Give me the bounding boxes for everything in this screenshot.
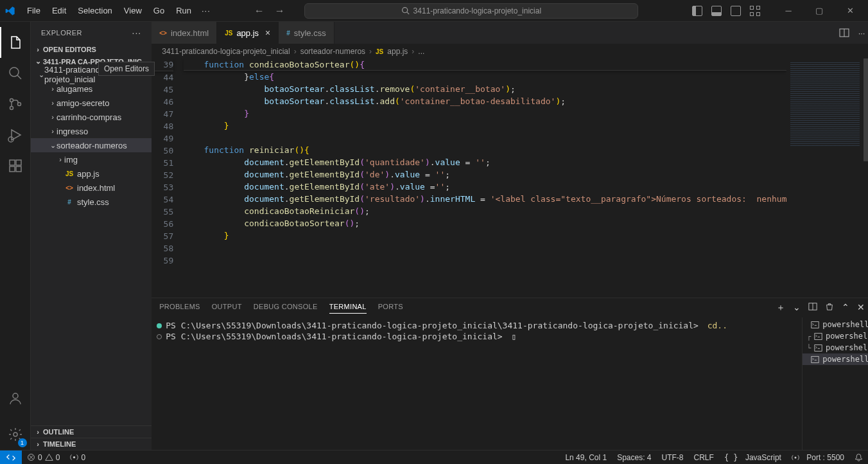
terminal-split-icon[interactable] — [808, 302, 817, 314]
file-icon: # — [286, 30, 290, 37]
tree-folder-img[interactable]: ›img — [31, 152, 152, 166]
svg-point-25 — [73, 456, 75, 458]
tree-label: alugames — [56, 84, 92, 94]
window-maximize-icon[interactable]: ▢ — [806, 1, 832, 21]
warning-icon — [45, 453, 53, 461]
breadcrumb-item[interactable]: sorteador-numeros — [300, 47, 365, 56]
activity-search-icon[interactable] — [0, 58, 31, 89]
terminal-session[interactable]: └powershell — [803, 342, 868, 353]
menu-run[interactable]: Run — [171, 3, 196, 18]
terminal-new-icon[interactable]: ＋ — [776, 302, 785, 314]
nav-forward-icon[interactable]: → — [275, 5, 285, 17]
terminal-dropdown-icon[interactable]: ⌄ — [793, 302, 801, 314]
terminal-kill-icon[interactable] — [825, 302, 834, 314]
svg-point-6 — [17, 103, 21, 106]
tab-app-js[interactable]: JSapp.js× — [217, 22, 279, 44]
tree-folder-carrinho-compras[interactable]: ›carrinho-compras — [31, 110, 152, 124]
menu-edit[interactable]: Edit — [47, 3, 71, 18]
tree-file-index-html[interactable]: <>index.html — [31, 181, 152, 195]
breadcrumb-item[interactable]: ... — [418, 47, 424, 56]
menu-selection[interactable]: Selection — [73, 3, 117, 18]
status-eol[interactable]: CRLF — [689, 453, 719, 462]
panel-tab-problems[interactable]: PROBLEMS — [159, 303, 200, 313]
toggle-primary-sidebar-icon[interactable] — [692, 6, 702, 16]
activity-source-control-icon[interactable] — [0, 89, 31, 120]
activity-explorer-icon[interactable] — [0, 27, 31, 58]
activity-accounts-icon[interactable] — [0, 383, 31, 414]
file-icon: <> — [64, 184, 74, 192]
breadcrumb-item[interactable]: 3411-praticando-logica-projeto_inicial — [162, 47, 290, 56]
tab-close-icon[interactable]: × — [265, 28, 270, 38]
panel-maximize-icon[interactable]: ⌃ — [842, 302, 849, 314]
panel-tab-ports[interactable]: PORTS — [378, 303, 403, 313]
panel-close-icon[interactable]: ✕ — [857, 302, 865, 314]
tree-label: style.css — [77, 197, 109, 207]
terminal-output[interactable]: PS C:\Users\55319\Downloads\3411-pratica… — [152, 317, 802, 450]
minimap[interactable] — [786, 58, 864, 298]
svg-rect-11 — [16, 160, 21, 165]
toggle-panel-icon[interactable] — [711, 6, 722, 16]
status-spaces[interactable]: Spaces: 4 — [612, 453, 656, 462]
breadcrumb-item[interactable]: app.js — [387, 47, 408, 56]
status-problems[interactable]: 0 0 — [22, 453, 65, 462]
window-close-icon[interactable]: ✕ — [837, 1, 863, 21]
terminal-icon — [811, 321, 819, 329]
terminal-session[interactable]: ┌powershell — [803, 330, 868, 342]
menu-file[interactable]: File — [22, 3, 46, 18]
status-language[interactable]: { } JavaScript — [719, 453, 786, 462]
tree-folder-sorteador-numeros[interactable]: ⌄sorteador-numeros — [31, 138, 152, 152]
svg-point-0 — [402, 8, 407, 13]
sidebar-title: EXPLORER — [41, 29, 82, 37]
tree-folder-amigo-secreto[interactable]: ›amigo-secreto — [31, 96, 152, 110]
file-tree: ›OPEN EDITORS ⌄3411-PRA CA-PROJETO_INIC.… — [31, 44, 152, 425]
activity-settings-icon[interactable]: 1 — [0, 419, 31, 450]
panel-tab-terminal[interactable]: TERMINAL — [329, 303, 367, 314]
remote-indicator-icon[interactable] — [0, 451, 22, 465]
editor-content[interactable]: function condicaoBotaoSortear(){ }else{ … — [184, 58, 786, 298]
tree-file-style-css[interactable]: #style.css — [31, 195, 152, 209]
menu-go[interactable]: Go — [148, 3, 169, 18]
terminal-session[interactable]: powershell — [803, 319, 868, 330]
activity-debug-icon[interactable] — [0, 120, 31, 150]
toggle-secondary-sidebar-icon[interactable] — [731, 6, 741, 16]
status-cursor[interactable]: Ln 49, Col 1 — [560, 453, 612, 462]
status-notifications-icon[interactable] — [849, 453, 868, 462]
split-editor-icon[interactable] — [839, 28, 849, 38]
tab-style-css[interactable]: #style.css — [279, 22, 334, 44]
menu-view[interactable]: View — [119, 3, 147, 18]
sidebar-more-icon[interactable]: ··· — [132, 28, 142, 38]
svg-rect-21 — [812, 356, 819, 362]
status-encoding[interactable]: UTF-8 — [657, 453, 689, 462]
terminal-session[interactable]: powershell — [803, 353, 868, 365]
activity-extensions-icon[interactable] — [0, 150, 31, 181]
broadcast-icon — [792, 454, 799, 461]
svg-rect-19 — [815, 333, 822, 339]
editor-more-icon[interactable]: ··· — [858, 28, 865, 38]
menu-more-icon[interactable]: ··· — [196, 6, 216, 15]
section-timeline[interactable]: ›TIMELINE — [31, 438, 152, 450]
tree-file-app-js[interactable]: JSapp.js — [31, 166, 152, 181]
status-liveserver[interactable]: Port : 5500 — [786, 453, 849, 462]
command-center[interactable]: 3411-praticando-logica-projeto_inicial — [304, 3, 638, 19]
panel-tab-output[interactable]: OUTPUT — [212, 303, 242, 313]
customize-layout-icon[interactable] — [750, 6, 760, 16]
section-open-editors[interactable]: ›OPEN EDITORS — [31, 44, 152, 55]
svg-line-1 — [407, 12, 409, 14]
svg-rect-18 — [812, 321, 819, 328]
tooltip-open-editors: Open Editors — [98, 62, 155, 76]
breadcrumb[interactable]: 3411-praticando-logica-projeto_inicial›s… — [152, 44, 868, 58]
panel-tab-debug-console[interactable]: DEBUG CONSOLE — [254, 303, 318, 313]
tab-index-html[interactable]: <>index.html — [152, 22, 217, 44]
section-outline[interactable]: ›OUTLINE — [31, 425, 152, 438]
window-minimize-icon[interactable]: ─ — [776, 1, 801, 21]
terminal-icon — [814, 344, 822, 352]
status-radio[interactable]: 0 — [65, 453, 91, 462]
tree-folder-ingresso[interactable]: ›ingresso — [31, 124, 152, 138]
svg-point-12 — [13, 393, 18, 398]
svg-point-2 — [10, 67, 19, 76]
nav-back-icon[interactable]: ← — [254, 5, 265, 17]
settings-badge: 1 — [18, 438, 27, 447]
editor-scrollbar[interactable] — [864, 58, 868, 298]
tree-label: index.html — [77, 183, 115, 193]
line-gutter: 3944454647484950515253545556575859 — [152, 58, 184, 298]
